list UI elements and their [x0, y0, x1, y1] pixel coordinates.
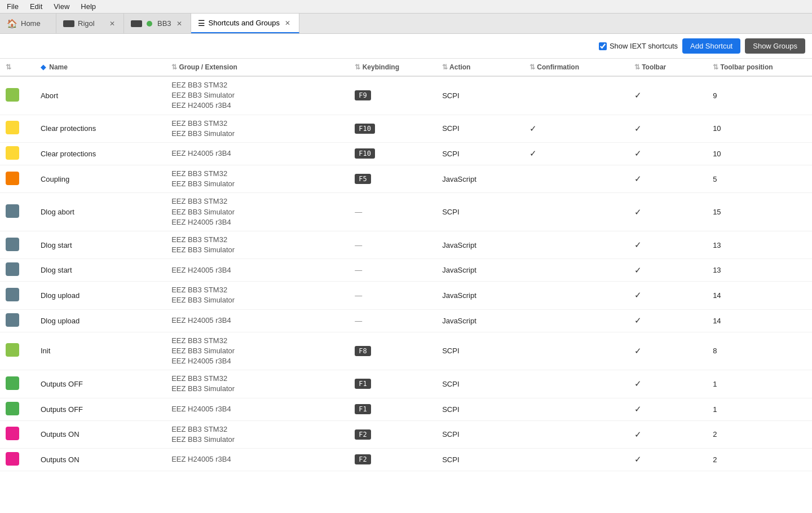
table-row[interactable]: Outputs ONEEZ BB3 STM32EEZ BB3 Simulator…: [0, 420, 812, 448]
row-color-cell: [0, 282, 35, 309]
add-shortcut-button[interactable]: Add Shortcut: [682, 38, 740, 54]
row-confirmation: [524, 259, 629, 282]
show-iext-label[interactable]: Show IEXT shortcuts: [599, 42, 678, 50]
col-action-label: Action: [449, 63, 470, 71]
show-iext-checkbox[interactable]: [599, 42, 607, 50]
menu-file[interactable]: File: [5, 1, 21, 12]
menubar: File Edit View Help: [0, 0, 812, 14]
row-keybind: F5: [349, 165, 436, 192]
row-toolbar: ✓: [629, 259, 707, 282]
row-toolbar-position: 13: [707, 259, 812, 282]
row-confirmation: ✓: [524, 115, 629, 142]
row-name: Abort: [35, 76, 166, 115]
row-action: SCPI: [436, 370, 524, 398]
table-header: ⇅ ◆ Name ⇅ Group / Extension ⇅ Keybindin…: [0, 59, 812, 76]
tab-home[interactable]: 🏠 Home: [0, 14, 56, 33]
toolbar-check-icon: ✓: [634, 240, 642, 249]
row-action: JavaScript: [436, 309, 524, 332]
toolbar-check-icon: ✓: [634, 124, 642, 133]
table-row[interactable]: Clear protectionsEEZ H24005 r3B4F10SCPI✓…: [0, 142, 812, 165]
row-toolbar: ✓: [629, 309, 707, 332]
table-row[interactable]: CouplingEEZ BB3 STM32EEZ BB3 SimulatorF5…: [0, 165, 812, 192]
toolbar-check-icon: ✓: [634, 90, 642, 100]
keybind-dash: —: [355, 241, 362, 249]
toolbar: Show IEXT shortcuts Add Shortcut Show Gr…: [0, 34, 812, 59]
col-header-confirmation[interactable]: ⇅ Confirmation: [524, 59, 629, 76]
table-row[interactable]: AbortEEZ BB3 STM32EEZ BB3 SimulatorEEZ H…: [0, 76, 812, 115]
row-confirmation: [524, 420, 629, 448]
shortcuts-menu-icon: ☰: [198, 19, 205, 28]
show-iext-text: Show IEXT shortcuts: [610, 42, 678, 50]
row-action: SCPI: [436, 332, 524, 370]
color-swatch: [6, 172, 19, 185]
tab-rigol-close[interactable]: ✕: [108, 19, 117, 28]
table-row[interactable]: Dlog abortEEZ BB3 STM32EEZ BB3 Simulator…: [0, 193, 812, 231]
tab-shortcuts[interactable]: ☰ Shortcuts and Groups ✕: [191, 14, 299, 33]
row-toolbar-position: 1: [707, 398, 812, 420]
tab-bb3[interactable]: BB3 ✕: [124, 14, 191, 33]
tab-shortcuts-close[interactable]: ✕: [283, 19, 292, 28]
tab-home-label: Home: [21, 19, 41, 28]
row-keybind: F10: [349, 142, 436, 165]
row-toolbar-position: 5: [707, 165, 812, 192]
color-swatch: [6, 262, 19, 276]
keybind-badge: F2: [355, 429, 370, 440]
bb3-icon-green: [147, 21, 152, 27]
toolbar-check-icon: ✓: [634, 207, 642, 217]
keybind-badge: F8: [355, 346, 370, 356]
row-name: Outputs OFF: [35, 398, 166, 420]
table-row[interactable]: InitEEZ BB3 STM32EEZ BB3 SimulatorEEZ H2…: [0, 332, 812, 370]
row-keybind: —: [349, 282, 436, 309]
table-row[interactable]: Dlog startEEZ H24005 r3B4—JavaScript✓13: [0, 259, 812, 282]
row-toolbar: ✓: [629, 115, 707, 142]
row-toolbar-position: 9: [707, 76, 812, 115]
menu-view[interactable]: View: [51, 1, 72, 12]
col-header-group[interactable]: ⇅ Group / Extension: [166, 59, 349, 76]
tab-bb3-close[interactable]: ✕: [175, 19, 184, 28]
col-confirm-label: Confirmation: [537, 63, 579, 71]
row-name: Init: [35, 332, 166, 370]
row-color-cell: [0, 370, 35, 398]
col-header-name[interactable]: ◆ Name: [35, 59, 166, 76]
col-header-toolbar[interactable]: ⇅ Toolbar: [629, 59, 707, 76]
table-row[interactable]: Dlog startEEZ BB3 STM32EEZ BB3 Simulator…: [0, 231, 812, 258]
keybind-badge: F1: [355, 404, 370, 414]
table-row[interactable]: Outputs OFFEEZ BB3 STM32EEZ BB3 Simulato…: [0, 370, 812, 398]
menu-help[interactable]: Help: [78, 1, 98, 12]
tab-bb3-label: BB3: [157, 19, 171, 28]
color-swatch: [6, 288, 19, 301]
show-groups-button[interactable]: Show Groups: [745, 38, 805, 54]
menu-edit[interactable]: Edit: [28, 1, 45, 12]
row-toolbar: ✓: [629, 398, 707, 420]
row-toolbar: ✓: [629, 193, 707, 231]
table-container: ⇅ ◆ Name ⇅ Group / Extension ⇅ Keybindin…: [0, 59, 812, 513]
col-header-toolbar-position[interactable]: ⇅ Toolbar position: [707, 59, 812, 76]
toolbar-check-icon: ✓: [634, 346, 642, 356]
tabbar: 🏠 Home Rigol ✕ BB3 ✕ ☰ Shortcuts and Gro…: [0, 14, 812, 34]
row-name: Clear protections: [35, 142, 166, 165]
col-name-label: Name: [49, 63, 68, 71]
table-row[interactable]: Dlog uploadEEZ H24005 r3B4—JavaScript✓14: [0, 309, 812, 332]
tab-rigol[interactable]: Rigol ✕: [56, 14, 124, 33]
table-row[interactable]: Dlog uploadEEZ BB3 STM32EEZ BB3 Simulato…: [0, 282, 812, 309]
table-row[interactable]: Outputs OFFEEZ H24005 r3B4F1SCPI✓1: [0, 398, 812, 420]
row-action: JavaScript: [436, 231, 524, 258]
table-row[interactable]: Clear protectionsEEZ BB3 STM32EEZ BB3 Si…: [0, 115, 812, 142]
col-header-keybinding[interactable]: ⇅ Keybinding: [349, 59, 436, 76]
toolbar-check-icon: ✓: [634, 174, 642, 183]
row-action: SCPI: [436, 115, 524, 142]
row-keybind: —: [349, 231, 436, 258]
col-action-sort-icon: ⇅: [442, 63, 448, 71]
table-row[interactable]: Outputs ONEEZ H24005 r3B4F2SCPI✓2: [0, 448, 812, 471]
col-header-sort[interactable]: ⇅: [0, 59, 35, 76]
row-action: SCPI: [436, 142, 524, 165]
tab-rigol-label: Rigol: [78, 19, 95, 28]
row-keybind: F8: [349, 332, 436, 370]
col-header-action[interactable]: ⇅ Action: [436, 59, 524, 76]
toolbar-check-icon: ✓: [634, 454, 642, 464]
toolbar-check-icon: ✓: [634, 315, 642, 325]
row-name: Coupling: [35, 165, 166, 192]
row-action: JavaScript: [436, 259, 524, 282]
row-toolbar-position: 15: [707, 193, 812, 231]
row-action: SCPI: [436, 398, 524, 420]
